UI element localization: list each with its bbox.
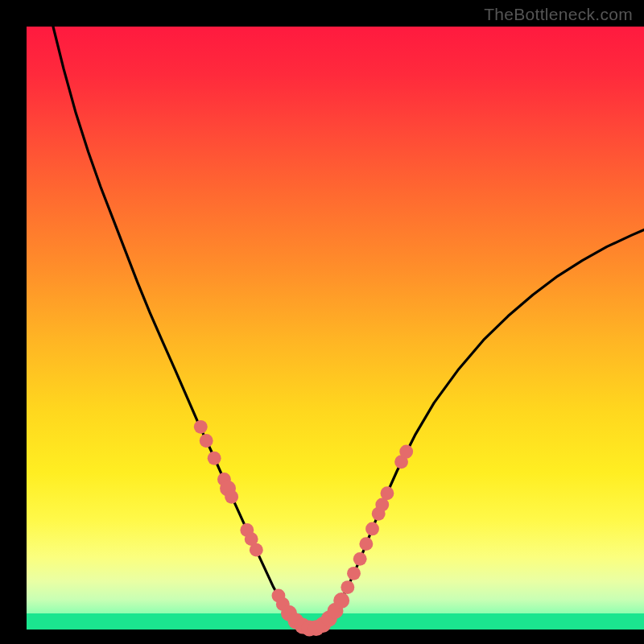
data-marker bbox=[359, 537, 373, 551]
watermark-text: TheBottleneck.com bbox=[484, 5, 633, 24]
data-marker bbox=[353, 552, 367, 566]
data-marker bbox=[341, 580, 354, 594]
data-marker bbox=[200, 434, 213, 448]
data-marker bbox=[380, 486, 394, 500]
data-marker bbox=[399, 445, 413, 459]
chart-stage bbox=[0, 0, 644, 644]
data-marker bbox=[208, 452, 221, 465]
data-marker bbox=[365, 522, 379, 535]
data-marker bbox=[250, 543, 263, 557]
data-marker bbox=[225, 490, 238, 504]
data-marker bbox=[194, 420, 208, 434]
gradient-background bbox=[27, 27, 644, 630]
data-marker bbox=[347, 567, 361, 580]
data-marker bbox=[333, 592, 349, 609]
